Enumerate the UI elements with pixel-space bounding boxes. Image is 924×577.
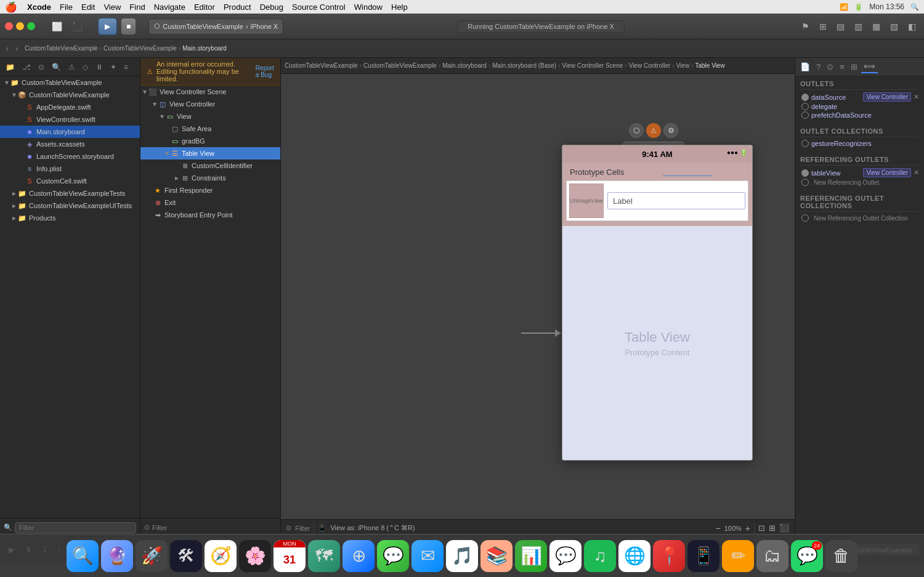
outline-item-constraints[interactable]: ⊞ Constraints bbox=[140, 172, 280, 184]
attributes-inspector-icon[interactable]: ≡ bbox=[837, 61, 847, 73]
outline-item-firstresponder[interactable]: ★ First Responder bbox=[140, 184, 280, 196]
outline-item-vc-scene[interactable]: ⬛ View Controller Scene bbox=[140, 86, 280, 98]
prototype-cell-row[interactable]: UIImageView Label bbox=[566, 180, 748, 221]
menu-window[interactable]: Window bbox=[354, 2, 383, 12]
breadcrumb-file[interactable]: Main.storyboard bbox=[182, 45, 227, 52]
layout1-icon[interactable]: ▤ bbox=[833, 20, 848, 33]
stop-button[interactable]: ■ bbox=[121, 18, 136, 35]
dock-photos[interactable]: 🌸 bbox=[239, 540, 271, 572]
sidebar-toggle-icon[interactable]: ⬜ bbox=[49, 20, 65, 33]
zoom-out-button[interactable]: − bbox=[715, 523, 720, 533]
outline-item-safearea[interactable]: ▢ Safe Area bbox=[140, 123, 280, 135]
outlet-dot-gesture[interactable] bbox=[801, 140, 809, 147]
scheme-selector[interactable]: ⬡ CustomTableViewExample › iPhone X bbox=[148, 18, 283, 34]
debug-nav-icon[interactable]: ⏸ bbox=[92, 62, 106, 73]
dock-siri[interactable]: 🔮 bbox=[101, 540, 133, 572]
new-ref-collection-dot[interactable] bbox=[801, 214, 809, 222]
dock-numbers[interactable]: 📊 bbox=[515, 540, 547, 572]
breadcrumb-project[interactable]: CustomTableViewExample bbox=[25, 45, 98, 52]
minimize-button[interactable] bbox=[16, 22, 24, 30]
dock-simulator[interactable]: 📱 bbox=[687, 540, 719, 572]
dock-xcode[interactable]: 🛠 bbox=[170, 540, 202, 572]
menu-editor[interactable]: Editor bbox=[194, 2, 215, 12]
outlet-x-datasource[interactable]: ✕ bbox=[914, 93, 919, 101]
environment-icon[interactable]: ⊞ bbox=[816, 20, 830, 33]
sidebar-item-root[interactable]: 📁 CustomTableViewExample bbox=[0, 76, 140, 89]
dock-appstore[interactable]: ⊕ bbox=[342, 540, 375, 572]
dock-safari[interactable]: 🧭 bbox=[205, 540, 237, 572]
menu-help[interactable]: Help bbox=[391, 2, 408, 12]
new-ref-outlet-item[interactable]: New Referencing Outlet bbox=[800, 179, 919, 186]
dock-finder2[interactable]: 🗂 bbox=[756, 540, 788, 572]
outline-item-entrypoint[interactable]: ➡ Storyboard Entry Point bbox=[140, 209, 280, 221]
dock-whatsapp[interactable]: 💬 24 bbox=[791, 540, 823, 572]
menu-debug[interactable]: Debug bbox=[260, 2, 283, 12]
connections-inspector-icon[interactable]: ⟺ bbox=[861, 60, 878, 73]
vc-icon-btn[interactable]: ⬡ bbox=[629, 123, 644, 138]
forward-button[interactable]: › bbox=[13, 43, 20, 54]
right-panel-icon[interactable]: ◧ bbox=[905, 20, 919, 33]
layout4-icon[interactable]: ▧ bbox=[887, 20, 901, 33]
sidebar-item-customcell[interactable]: S CustomCell.swift bbox=[0, 175, 140, 187]
new-ref-dot[interactable] bbox=[801, 179, 809, 186]
outline-item-tableview[interactable]: ☰ Table View bbox=[140, 147, 280, 159]
issues-nav-icon[interactable]: ⚠ bbox=[65, 62, 78, 73]
dock-finder[interactable]: 🔍 bbox=[67, 540, 99, 572]
new-ref-label[interactable]: New Referencing Outlet bbox=[814, 179, 879, 186]
dock-launchpad[interactable]: 🚀 bbox=[136, 540, 168, 572]
dock-books[interactable]: 📚 bbox=[480, 540, 513, 572]
sidebar-item-appdelegate[interactable]: S AppDelegate.swift bbox=[0, 101, 140, 113]
dock-calendar[interactable]: MON 31 bbox=[274, 540, 306, 572]
sidebar-item-viewcontroller[interactable]: S ViewController.swift bbox=[0, 113, 140, 126]
outline-item-view[interactable]: ▭ View bbox=[140, 110, 280, 123]
bc-item-7[interactable]: View bbox=[676, 62, 690, 69]
bc-item-5[interactable]: View Controller Scene bbox=[562, 62, 623, 69]
breakpoint-icon[interactable]: ⚑ bbox=[798, 20, 813, 33]
menu-edit[interactable]: Edit bbox=[81, 2, 95, 12]
dock-maps2[interactable]: 📍 bbox=[653, 540, 685, 572]
new-ref-collection-item[interactable]: New Referencing Outlet Collection bbox=[800, 214, 919, 222]
vc-warning-icon[interactable]: ⚠ bbox=[646, 123, 661, 138]
menu-source-control[interactable]: Source Control bbox=[292, 2, 346, 12]
quick-help-icon[interactable]: ? bbox=[814, 61, 823, 73]
outlet-connection-datasource[interactable]: View Controller bbox=[863, 92, 911, 102]
menu-file[interactable]: File bbox=[60, 2, 73, 12]
dock-maps[interactable]: 🗺 bbox=[308, 540, 340, 572]
outline-item-gradbg[interactable]: ▭ gradBG bbox=[140, 135, 280, 147]
outlet-connection-tableview[interactable]: View Controller bbox=[863, 168, 911, 177]
outlet-dot-tableview[interactable] bbox=[801, 169, 809, 177]
report-bug-link[interactable]: Report a Bug bbox=[256, 65, 274, 78]
breadcrumb-folder[interactable]: CustomTableViewExample bbox=[103, 45, 177, 52]
cell-image-placeholder[interactable]: UIImageView bbox=[569, 184, 604, 218]
sidebar-item-tests[interactable]: 📁 CustomTableViewExampleTests bbox=[0, 187, 140, 200]
breakpoints-nav-icon[interactable]: ✦ bbox=[107, 62, 120, 73]
zoom-in-button[interactable]: + bbox=[745, 523, 750, 533]
menu-find[interactable]: Find bbox=[129, 2, 145, 12]
bc-item-3[interactable]: Main.storyboard bbox=[442, 62, 487, 69]
dock-sketch[interactable]: ✏ bbox=[722, 540, 754, 572]
dock-messages[interactable]: 💬 bbox=[377, 540, 409, 572]
bc-item-4[interactable]: Main.storyboard (Base) bbox=[492, 62, 556, 69]
find-nav-icon[interactable]: 🔍 bbox=[49, 62, 64, 73]
dock-chrome[interactable]: 🌐 bbox=[618, 540, 650, 572]
prototype-cells-area[interactable]: Prototype Cells UIImageView Label bbox=[562, 163, 752, 226]
bc-item-8[interactable]: Table View bbox=[695, 62, 724, 69]
source-control-nav-icon[interactable]: ⎇ bbox=[19, 62, 34, 73]
embed-icon[interactable]: ⬛ bbox=[779, 523, 790, 533]
back-button[interactable]: ‹ bbox=[4, 43, 11, 54]
dock-mail[interactable]: ✉ bbox=[411, 540, 444, 572]
new-ref-collection-label[interactable]: New Referencing Outlet Collection bbox=[814, 215, 908, 222]
sidebar-item-uitests[interactable]: 📁 CustomTableViewExampleUITests bbox=[0, 200, 140, 212]
sidebar-item-project[interactable]: 📦 CustomTableViewExample bbox=[0, 89, 140, 101]
menu-navigate[interactable]: Navigate bbox=[154, 2, 185, 12]
dock-spotify[interactable]: ♫ bbox=[584, 540, 616, 572]
test-nav-icon[interactable]: ◇ bbox=[79, 62, 91, 73]
symbol-nav-icon[interactable]: ⊙ bbox=[35, 62, 47, 73]
outline-item-vc[interactable]: ◫ View Controller bbox=[140, 98, 280, 110]
outline-toggle-icon[interactable]: ⬛ bbox=[69, 20, 86, 33]
sidebar-filter-input[interactable] bbox=[15, 522, 136, 533]
menu-xcode[interactable]: Xcode bbox=[27, 2, 51, 12]
outlet-x-tableview[interactable]: ✕ bbox=[914, 169, 919, 177]
cell-label[interactable]: Label bbox=[607, 192, 745, 209]
sidebar-item-mainstoryboard[interactable]: ■ Main.storyboard bbox=[0, 126, 140, 138]
